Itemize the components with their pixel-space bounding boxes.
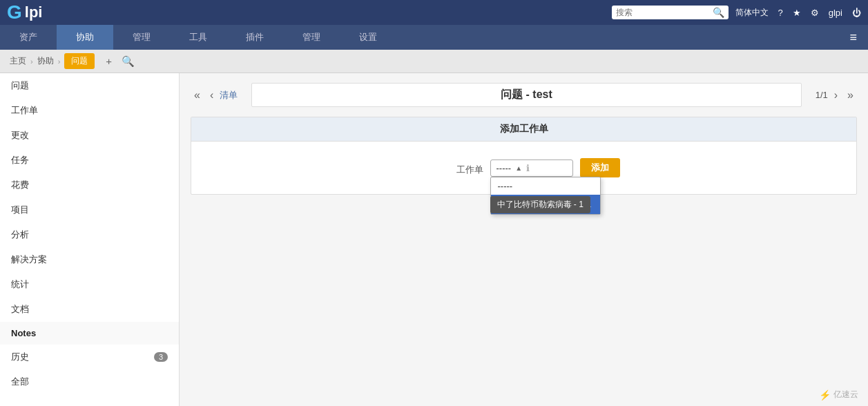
power-icon[interactable]: ⏻ xyxy=(852,8,861,18)
footer-label: 亿速云 xyxy=(833,389,858,400)
dropdown-option-empty[interactable]: ----- xyxy=(491,177,600,195)
sidebar-item-notes[interactable]: Notes xyxy=(0,322,179,345)
page-info: 1/1 xyxy=(816,90,828,100)
breadcrumb-assist[interactable]: 协助 xyxy=(37,55,54,67)
history-badge: 3 xyxy=(154,352,168,362)
pagination-bar: « ‹ 清单 问题 - test 1/1 › » xyxy=(191,80,857,110)
sidebar-item-project[interactable]: 项目 xyxy=(0,197,179,222)
search-button[interactable]: 🔍 xyxy=(119,54,137,69)
sidebar: 问题 工作单 更改 任务 花费 项目 分析 解决方案 统计 文档 Notes 历… xyxy=(0,73,180,406)
next-page-button[interactable]: › xyxy=(831,88,841,103)
footer-logo-icon: ⚡ xyxy=(819,389,831,400)
search-box[interactable]: 🔍 xyxy=(612,6,729,19)
nav-item-manage1[interactable]: 管理 xyxy=(113,25,170,50)
prev-page-button[interactable]: ‹ xyxy=(206,88,217,103)
pagination-right: 1/1 › » xyxy=(816,88,857,103)
workorder-label: 工作单 xyxy=(428,160,483,176)
sidebar-item-history[interactable]: 历史 3 xyxy=(0,345,179,369)
first-page-button[interactable]: « xyxy=(191,88,204,103)
sidebar-item-problem[interactable]: 问题 xyxy=(0,73,179,98)
logo: Glpi xyxy=(7,1,42,23)
sidebar-item-docs[interactable]: 文档 xyxy=(0,297,179,322)
nav-item-manage2[interactable]: 管理 xyxy=(283,25,340,50)
main-nav: 资产 协助 管理 工具 插件 管理 设置 ≡ xyxy=(0,25,868,50)
breadcrumb-sep-1: › xyxy=(30,57,33,66)
settings-label[interactable]: glpi xyxy=(829,8,842,18)
sidebar-item-solution[interactable]: 解决方案 xyxy=(0,247,179,272)
language-selector[interactable]: 简体中文 xyxy=(735,7,769,19)
sidebar-item-change[interactable]: 更改 xyxy=(0,123,179,148)
dropdown-selected-value: ----- xyxy=(496,163,512,173)
main-layout: 问题 工作单 更改 任务 花费 项目 分析 解决方案 统计 文档 Notes 历… xyxy=(0,73,868,406)
clear-list-link[interactable]: 清单 xyxy=(220,89,238,102)
sidebar-item-analysis[interactable]: 分析 xyxy=(0,222,179,247)
nav-item-settings[interactable]: 设置 xyxy=(340,25,396,50)
footer-watermark: ⚡ 亿速云 xyxy=(819,389,858,400)
sidebar-item-expense[interactable]: 花费 xyxy=(0,173,179,197)
pagination-left: « ‹ 清单 xyxy=(191,88,238,103)
dropdown-arrow-icon: ▲ xyxy=(515,164,522,172)
add-workorder-card: 添加工作单 工作单 ----- ▲ ℹ ----- 中了比特币勒索病毒 - 1 xyxy=(191,117,857,195)
favorites-icon[interactable]: ★ xyxy=(793,8,801,18)
search-input[interactable] xyxy=(616,8,713,17)
search-icon[interactable]: 🔍 xyxy=(713,7,724,18)
workorder-dropdown-wrapper: ----- ▲ ℹ ----- 中了比特币勒索病毒 - 1 中了比特币勒索病毒 … xyxy=(490,160,573,177)
add-button[interactable]: + xyxy=(103,54,115,69)
breadcrumb-actions: + 🔍 xyxy=(103,54,137,69)
page-title: 问题 - test xyxy=(251,83,801,107)
hamburger-menu-icon[interactable]: ≡ xyxy=(838,30,868,45)
content-area: « ‹ 清单 问题 - test 1/1 › » 添加工作单 工作单 ----- xyxy=(180,73,868,406)
sidebar-item-stats[interactable]: 统计 xyxy=(0,272,179,297)
breadcrumb-problem[interactable]: 问题 xyxy=(64,53,95,69)
nav-item-assist[interactable]: 协助 xyxy=(57,25,113,50)
header: Glpi 🔍 简体中文 ? ★ ⚙ glpi ⏻ xyxy=(0,0,868,25)
nav-item-tools[interactable]: 工具 xyxy=(170,25,226,50)
header-actions: 简体中文 ? ★ ⚙ glpi ⏻ xyxy=(735,7,861,19)
sidebar-item-all[interactable]: 全部 xyxy=(0,369,179,394)
workorder-dropdown[interactable]: ----- ▲ ℹ xyxy=(490,160,573,177)
settings-icon[interactable]: ⚙ xyxy=(811,8,819,18)
breadcrumb: 主页 › 协助 › 问题 + 🔍 xyxy=(0,50,868,73)
dropdown-info-icon: ℹ xyxy=(526,163,530,173)
add-workorder-title: 添加工作单 xyxy=(191,117,856,142)
breadcrumb-home[interactable]: 主页 xyxy=(10,55,26,67)
workorder-row: 工作单 ----- ▲ ℹ ----- 中了比特币勒索病毒 - 1 中了比特币勒… xyxy=(202,151,845,184)
nav-item-plugins[interactable]: 插件 xyxy=(226,25,283,50)
breadcrumb-sep-2: › xyxy=(58,57,61,66)
sidebar-item-task[interactable]: 任务 xyxy=(0,148,179,173)
logo-g-icon: G xyxy=(7,1,22,23)
help-icon[interactable]: ? xyxy=(778,8,783,18)
logo-lpi-text: lpi xyxy=(25,3,43,21)
dropdown-tooltip: 中了比特币勒索病毒 - 1 xyxy=(490,196,590,213)
nav-item-assets[interactable]: 资产 xyxy=(0,25,57,50)
last-page-button[interactable]: » xyxy=(844,88,857,103)
sidebar-item-workorder[interactable]: 工作单 xyxy=(0,98,179,123)
add-workorder-button[interactable]: 添加 xyxy=(580,158,620,177)
